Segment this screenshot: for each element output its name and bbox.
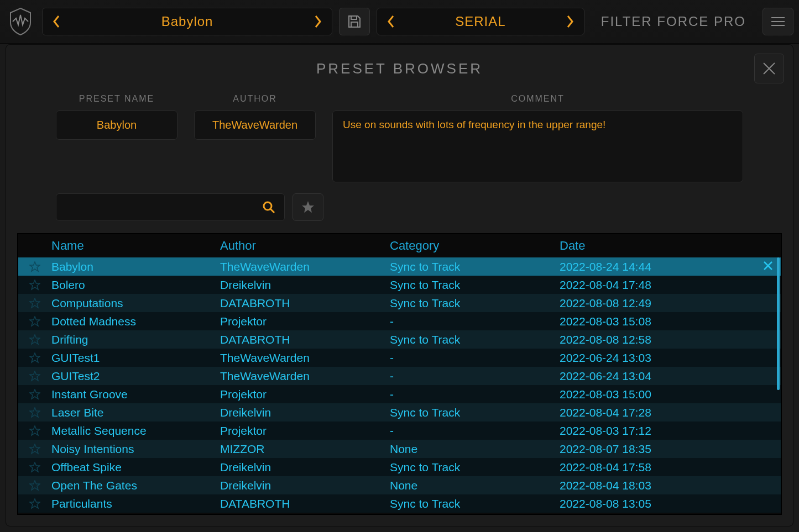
star-icon (29, 334, 40, 345)
cell-date: 2022-08-04 17:58 (560, 461, 781, 474)
cell-category: Sync to Track (390, 297, 560, 310)
hamburger-icon (771, 17, 785, 26)
author-section: AUTHOR TheWaveWarden (194, 94, 316, 182)
cell-date: 2022-08-24 14:44 (560, 260, 781, 273)
star-icon (29, 444, 40, 455)
favorite-star[interactable] (18, 371, 51, 382)
col-header-name[interactable]: Name (51, 239, 220, 253)
star-icon (29, 280, 40, 291)
cell-author: MIZZOR (220, 443, 390, 456)
favorite-star[interactable] (18, 425, 51, 436)
cell-author: TheWaveWarden (220, 351, 390, 365)
cell-date: 2022-08-04 18:03 (560, 479, 781, 492)
table-row[interactable]: ParticulantsDATABROTHSync to Track2022-0… (18, 494, 781, 513)
cell-category: Sync to Track (390, 461, 560, 474)
preset-selector: Babylon (42, 8, 332, 35)
cell-author: TheWaveWarden (220, 370, 390, 383)
col-header-author[interactable]: Author (220, 239, 390, 253)
table-row[interactable]: Offbeat SpikeDreikelvinSync to Track2022… (18, 458, 781, 476)
favorite-star[interactable] (18, 389, 51, 400)
scrollbar-thumb[interactable] (777, 257, 780, 390)
col-header-category[interactable]: Category (390, 239, 560, 253)
cell-category: None (390, 479, 560, 492)
favorite-star[interactable] (18, 334, 51, 345)
routing-mode-selector: SERIAL (377, 8, 584, 35)
table-row[interactable]: DriftingDATABROTHSync to Track2022-08-08… (18, 330, 781, 349)
col-header-date[interactable]: Date (560, 239, 781, 253)
chevron-left-icon (52, 15, 61, 28)
favorites-filter-button[interactable] (293, 193, 323, 221)
table-row[interactable]: Dotted MadnessProjektor-2022-08-03 15:08 (18, 312, 781, 330)
favorite-star[interactable] (18, 480, 51, 491)
favorite-star[interactable] (18, 498, 51, 509)
table-row[interactable]: ComputationsDATABROTHSync to Track2022-0… (18, 294, 781, 312)
table-row[interactable]: BabylonTheWaveWardenSync to Track2022-08… (18, 257, 781, 276)
next-mode-button[interactable] (556, 8, 584, 35)
cell-name: GUITest1 (51, 351, 220, 365)
save-icon (347, 14, 362, 29)
cell-name: Drifting (51, 333, 220, 346)
favorite-star[interactable] (18, 298, 51, 309)
star-icon (29, 498, 40, 509)
star-icon (29, 261, 40, 272)
current-mode[interactable]: SERIAL (405, 14, 556, 29)
cell-category: - (390, 370, 560, 383)
cell-name: Bolero (51, 278, 220, 292)
chevron-right-icon (566, 15, 575, 28)
cell-name: GUITest2 (51, 370, 220, 383)
favorite-star[interactable] (18, 444, 51, 455)
table-row[interactable]: Laser BiteDreikelvinSync to Track2022-08… (18, 403, 781, 422)
table-row[interactable]: Noisy IntentionsMIZZORNone2022-08-07 18:… (18, 440, 781, 458)
star-icon (29, 298, 40, 309)
main-menu-button[interactable] (763, 8, 793, 35)
star-icon (29, 480, 40, 491)
cell-date: 2022-08-04 17:28 (560, 406, 781, 419)
cell-date: 2022-06-24 13:04 (560, 370, 781, 383)
cell-category: Sync to Track (390, 333, 560, 346)
cell-author: DATABROTH (220, 333, 390, 346)
favorite-star[interactable] (18, 261, 51, 272)
app-root: Babylon SERIAL FILTER FORCE PRO (0, 0, 799, 532)
preset-name-field[interactable]: Babylon (56, 110, 177, 140)
svg-point-2 (264, 202, 271, 210)
delete-preset-button[interactable] (763, 260, 773, 274)
favorite-star[interactable] (18, 352, 51, 364)
star-icon (29, 425, 40, 436)
cell-category: Sync to Track (390, 406, 560, 419)
preset-meta-row: PRESET NAME Babylon AUTHOR TheWaveWarden… (6, 83, 793, 193)
close-icon (763, 261, 773, 271)
table-row[interactable]: Metallic SequenceProjektor-2022-08-03 17… (18, 422, 781, 440)
table-row[interactable]: Open The GatesDreikelvinNone2022-08-04 1… (18, 476, 781, 494)
search-input[interactable] (56, 193, 285, 221)
cell-name: Dotted Madness (51, 315, 220, 328)
cell-date: 2022-06-24 13:03 (560, 351, 781, 365)
favorite-star[interactable] (18, 462, 51, 473)
next-preset-button[interactable] (304, 8, 332, 35)
current-preset-name[interactable]: Babylon (70, 14, 304, 29)
prev-mode-button[interactable] (377, 8, 405, 35)
table-row[interactable]: GUITest1TheWaveWarden-2022-06-24 13:03 (18, 349, 781, 367)
star-icon (301, 200, 315, 214)
browser-title: PRESET BROWSER (6, 45, 793, 83)
table-row[interactable]: GUITest2TheWaveWarden-2022-06-24 13:04 (18, 367, 781, 385)
preset-name-label: PRESET NAME (79, 94, 154, 104)
cell-author: Projektor (220, 424, 390, 438)
table-row[interactable]: BoleroDreikelvinSync to Track2022-08-04 … (18, 276, 781, 294)
star-icon (29, 389, 40, 400)
favorite-star[interactable] (18, 280, 51, 291)
close-icon (762, 61, 776, 76)
save-button[interactable] (339, 8, 370, 35)
cell-date: 2022-08-03 17:12 (560, 424, 781, 438)
comment-field[interactable]: Use on sounds with lots of frequency in … (332, 110, 743, 182)
top-bar: Babylon SERIAL FILTER FORCE PRO (0, 0, 799, 44)
author-field[interactable]: TheWaveWarden (194, 110, 316, 140)
cell-date: 2022-08-03 15:08 (560, 315, 781, 328)
table-row[interactable]: Instant GrooveProjektor-2022-08-03 15:00 (18, 385, 781, 403)
cell-name: Computations (51, 297, 220, 310)
favorite-star[interactable] (18, 407, 51, 418)
prev-preset-button[interactable] (43, 8, 70, 35)
cell-date: 2022-08-03 15:00 (560, 388, 781, 401)
favorite-star[interactable] (18, 316, 51, 327)
chevron-right-icon (314, 15, 322, 28)
close-browser-button[interactable] (754, 54, 784, 83)
